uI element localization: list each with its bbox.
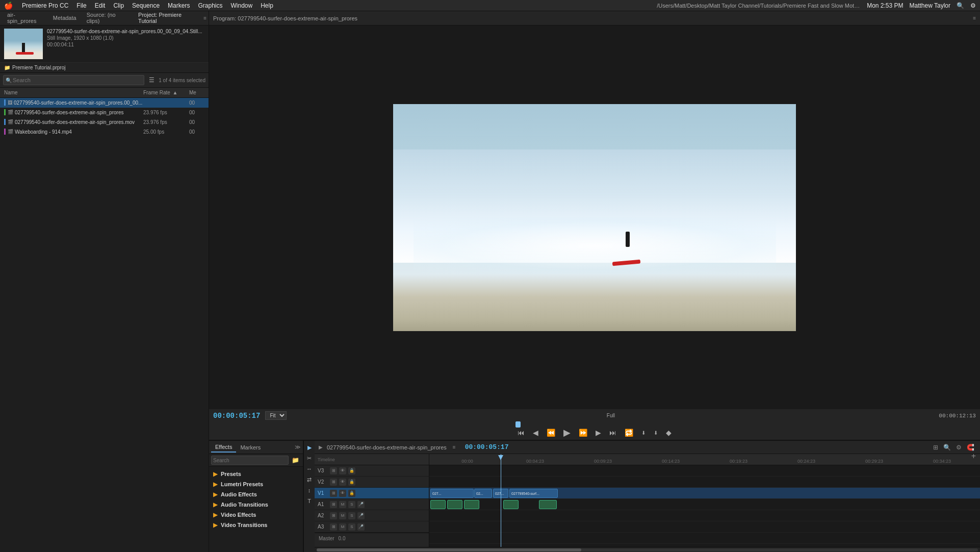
menu-sequence[interactable]: Sequence [128, 0, 164, 11]
marker-btn[interactable]: ◆ [664, 428, 674, 438]
clip-a1-3[interactable] [464, 500, 479, 509]
tab-source[interactable]: Source: (no clips) [82, 10, 133, 27]
track-eye-v3[interactable]: 👁 [339, 467, 346, 474]
track-mute-a1[interactable]: M [339, 501, 346, 508]
tool-rate[interactable]: ↕ [305, 486, 314, 495]
track-row-v1[interactable]: 027... 02... 027... 027799 [429, 488, 980, 499]
effects-audio-transitions[interactable]: ▶ Audio Transitions [209, 499, 303, 510]
menu-markers[interactable]: Markers [164, 0, 194, 11]
clip-v1-1[interactable]: 027... [430, 489, 474, 498]
source-thumbnail[interactable] [4, 29, 43, 59]
tool-rolling[interactable]: ⇄ [305, 475, 314, 484]
search-box[interactable]: 🔍 [3, 75, 144, 85]
add-track-button[interactable]: + [971, 454, 976, 461]
menu-clip[interactable]: Clip [109, 0, 128, 11]
tab-markers[interactable]: Markers [236, 443, 265, 452]
effects-presets[interactable]: ▶ Presets [209, 469, 303, 479]
tab-project[interactable]: Project: Premiere Tutorial [133, 10, 203, 27]
shuttle-left-btn[interactable]: ⏪ [545, 428, 557, 438]
insert-btn[interactable]: ⬇ [639, 429, 648, 437]
menu-graphics[interactable]: Graphics [194, 0, 226, 11]
play-btn[interactable]: ▶ [561, 426, 573, 439]
track-solo-a1[interactable]: S [348, 501, 355, 508]
list-view-icon[interactable]: ☰ [146, 75, 157, 85]
track-row-v3[interactable] [429, 465, 980, 476]
clip-a1-1[interactable] [430, 500, 446, 509]
apple-menu[interactable]: 🍎 [4, 2, 13, 10]
track-mic-a3[interactable]: 🎤 [357, 523, 365, 531]
track-mic-a2[interactable]: 🎤 [357, 512, 365, 519]
step-back-btn[interactable]: ◀ [531, 428, 540, 438]
file-item-3[interactable]: 🎬 Wakeboarding - 914.mp4 25.00 fps 00 [0, 127, 209, 137]
col-name-header[interactable]: Name [4, 90, 143, 95]
timeline-zoom-icon[interactable]: ⊞ [932, 443, 940, 451]
track-solo-a2[interactable]: S [348, 512, 355, 519]
effects-search-input[interactable] [213, 458, 287, 463]
goto-out-btn[interactable]: ⏭ [607, 428, 618, 438]
shuttle-right-btn[interactable]: ⏩ [577, 428, 589, 438]
loop-btn[interactable]: 🔁 [623, 428, 635, 438]
tab-air-spin[interactable]: air-spin_prores [2, 10, 48, 27]
tool-razor[interactable]: ✂ [305, 454, 314, 463]
track-eye-v2[interactable]: 👁 [339, 479, 346, 486]
effects-new-folder-icon[interactable]: 📁 [290, 456, 301, 464]
file-item-2[interactable]: 🎬 027799540-surfer-does-extreme-air-spin… [0, 117, 209, 127]
tool-type[interactable]: T [305, 496, 314, 506]
timeline-bottom-scroll[interactable] [315, 547, 980, 552]
col-fps-header[interactable]: Frame Rate ▲ [143, 90, 189, 95]
timeline-snap-icon[interactable]: 🧲 [965, 443, 976, 451]
track-sync-a1[interactable]: ⊞ [330, 501, 337, 508]
track-mute-a3[interactable]: M [339, 523, 346, 531]
search-input[interactable] [13, 77, 142, 83]
effects-video-effects[interactable]: ▶ Video Effects [209, 510, 303, 520]
tool-select[interactable]: ▶ [305, 443, 314, 452]
overwrite-btn[interactable]: ⬇ [652, 429, 660, 437]
clip-a1-2[interactable] [447, 500, 462, 509]
clip-a1-4[interactable] [503, 500, 519, 509]
track-lock-v2[interactable]: 🔒 [348, 479, 355, 486]
track-lock-v3[interactable]: 🔒 [348, 467, 355, 474]
tool-ripple[interactable]: ↔ [305, 464, 314, 473]
effects-audio-effects[interactable]: ▶ Audio Effects [209, 489, 303, 499]
timeline-menu-icon[interactable]: ≡ [453, 444, 456, 450]
track-eye-v1[interactable]: 👁 [339, 490, 346, 497]
effects-lumetri-presets[interactable]: ▶ Lumetri Presets [209, 479, 303, 489]
track-row-master[interactable] [429, 533, 980, 544]
col-media-header[interactable]: Me [189, 90, 204, 95]
tab-effects[interactable]: Effects [211, 442, 236, 453]
menu-help[interactable]: Help [256, 0, 277, 11]
monitor-menu-icon[interactable]: ≡ [973, 15, 976, 21]
track-mute-a2[interactable]: M [339, 512, 346, 519]
track-row-a2[interactable] [429, 510, 980, 521]
tracks-right[interactable]: 00:00 00:04:23 00:09:23 00:14:23 00:19:2… [429, 454, 980, 547]
track-mic-a1[interactable]: 🎤 [357, 501, 365, 508]
track-row-a1[interactable] [429, 499, 980, 510]
app-name-menu[interactable]: Premiere Pro CC [18, 0, 72, 11]
goto-in-btn[interactable]: ⏮ [515, 428, 527, 438]
timeline-horizontal-scrollbar[interactable] [317, 548, 978, 551]
track-lock-v1[interactable]: 🔒 [348, 490, 355, 497]
clip-v1-4[interactable]: 027799540-surf... [509, 489, 558, 498]
scroll-thumb[interactable] [317, 548, 581, 551]
track-row-a3[interactable] [429, 521, 980, 533]
video-frame[interactable] [393, 104, 796, 331]
menu-window[interactable]: Window [226, 0, 256, 11]
file-item-1[interactable]: 🎬 027799540-surfer-does-extreme-air-spin… [0, 108, 209, 117]
track-row-v2[interactable] [429, 476, 980, 488]
track-sync-v1[interactable]: ⊞ [330, 490, 337, 497]
timeline-settings-icon[interactable]: ⚙ [955, 443, 963, 451]
effects-video-transitions[interactable]: ▶ Video Transitions [209, 520, 303, 530]
timecode-display[interactable]: 00:00:05:17 [213, 412, 260, 420]
track-sync-a2[interactable]: ⊞ [330, 512, 337, 519]
fit-select[interactable]: Fit [265, 411, 287, 420]
timeline-search-icon[interactable]: 🔍 [942, 443, 952, 451]
step-forward-btn[interactable]: ▶ [594, 428, 603, 438]
timeline-ruler[interactable]: 00:00 00:04:23 00:09:23 00:14:23 00:19:2… [429, 454, 980, 465]
tab-metadata[interactable]: Metadata [48, 13, 82, 24]
track-sync-v3[interactable]: ⊞ [330, 467, 337, 474]
clip-a1-5[interactable] [539, 500, 557, 509]
effects-panel-menu[interactable]: ≫ [295, 444, 301, 450]
effects-search-box[interactable] [211, 456, 289, 465]
menu-file[interactable]: File [72, 0, 90, 11]
search-icon[interactable]: 🔍 [957, 2, 964, 9]
